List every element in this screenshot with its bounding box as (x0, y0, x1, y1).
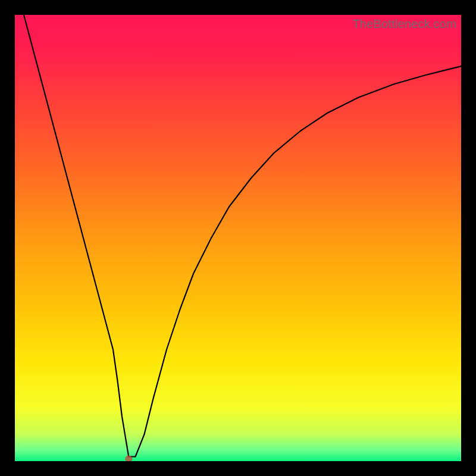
gradient-background (15, 15, 461, 461)
plot-svg (15, 15, 461, 461)
chart-frame: TheBottleneck.com (15, 15, 461, 461)
watermark-text: TheBottleneck.com (352, 17, 456, 31)
